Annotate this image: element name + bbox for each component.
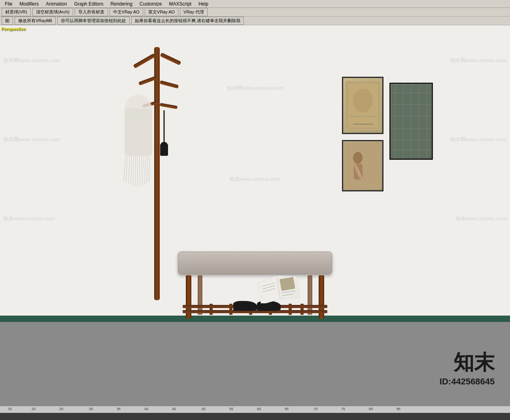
svg-line-26 xyxy=(133,156,134,185)
menu-customize[interactable]: Customize xyxy=(136,0,165,8)
svg-line-30 xyxy=(142,156,142,185)
ruler-mark-80: 80 xyxy=(369,407,373,411)
ruler-mark-65: 65 xyxy=(285,407,289,411)
menu-modifiers[interactable]: Modifiers xyxy=(16,0,42,8)
svg-rect-17 xyxy=(344,142,382,189)
svg-line-29 xyxy=(140,156,140,186)
ruler-mark-35: 35 xyxy=(117,407,121,411)
ruler-bottom: 15 20 25 30 35 40 45 50 55 60 65 70 75 8… xyxy=(0,406,510,413)
svg-line-23 xyxy=(126,156,127,182)
ruler-mark-75: 75 xyxy=(341,407,345,411)
menu-file[interactable]: File xyxy=(2,0,15,8)
svg-point-18 xyxy=(353,152,363,164)
svg-line-22 xyxy=(124,156,125,182)
btn-script-add[interactable]: 你可以用脚本管理添加按钮到此处 xyxy=(57,17,130,25)
btn-material-vr[interactable]: 材质球(VR) xyxy=(2,8,31,16)
svg-rect-21 xyxy=(125,108,152,156)
toolbar-row-2: 能 修改所有VRayMtl 你可以用脚本管理添加按钮到此处 如果你看着这么长的按… xyxy=(0,17,510,25)
ruler-mark-45: 45 xyxy=(172,407,176,411)
svg-line-33 xyxy=(147,156,148,182)
ruler-mark-50: 50 xyxy=(202,407,206,411)
btn-vray-proxy[interactable]: VRay 代理 xyxy=(180,8,208,16)
btn-import-all[interactable]: 导入所有材质 xyxy=(75,8,108,16)
book-on-bench xyxy=(257,274,300,305)
viewport[interactable]: Perspective xyxy=(0,25,510,406)
svg-point-37 xyxy=(161,142,167,146)
frame-2 xyxy=(389,83,433,160)
svg-line-32 xyxy=(145,156,147,184)
ruler-mark-60: 60 xyxy=(257,407,261,411)
btn-clear-material[interactable]: 清空材质球(Arch) xyxy=(32,8,73,16)
ruler-mark-30: 30 xyxy=(89,407,93,411)
svg-point-3 xyxy=(353,89,373,112)
ruler-mark-70: 70 xyxy=(314,407,317,411)
menu-bar: File Modifiers Animation Graph Editors R… xyxy=(0,0,510,8)
btn-func[interactable]: 能 xyxy=(2,17,13,25)
btn-delete-button[interactable]: 如果你看着这么长的按钮很不爽,请右键单击我并删除我 xyxy=(131,17,244,25)
hanging-clothes xyxy=(117,87,164,199)
menu-animation[interactable]: Animation xyxy=(43,0,70,8)
shoe-left xyxy=(233,301,257,311)
menu-maxscript[interactable]: MAXScript xyxy=(166,0,195,8)
menu-graph-editors[interactable]: Graph Editors xyxy=(71,0,106,8)
svg-line-27 xyxy=(135,156,136,186)
logo-overlay: 知末 ID:442568645 xyxy=(440,349,495,387)
svg-line-24 xyxy=(128,156,130,184)
toolbar-row-1: 材质球(VR) 清空材质球(Arch) 导入所有材质 中文VRay AO 英文V… xyxy=(0,8,510,17)
floor xyxy=(0,322,510,406)
svg-rect-42 xyxy=(280,277,295,291)
ruler-mark-25: 25 xyxy=(59,407,63,411)
frame-3 xyxy=(342,140,383,191)
logo-id: ID:442568645 xyxy=(440,376,495,387)
btn-en-vray-ao[interactable]: 英文VRay AO xyxy=(145,8,178,16)
ruler-mark-85: 85 xyxy=(397,407,400,411)
ruler-mark-40: 40 xyxy=(144,407,148,411)
ruler-mark-20: 20 xyxy=(32,407,36,411)
menu-help[interactable]: Help xyxy=(195,0,212,8)
logo-brand: 知末 xyxy=(440,349,495,376)
svg-line-25 xyxy=(131,156,132,185)
menu-rendering[interactable]: Rendering xyxy=(107,0,135,8)
hanging-bag xyxy=(158,110,170,159)
frame-1 xyxy=(342,77,383,134)
ruler-mark-15: 15 xyxy=(8,407,12,411)
btn-modify-vraymt[interactable]: 修改所有VRayMtl xyxy=(15,17,56,25)
svg-line-34 xyxy=(149,156,150,182)
btn-cn-vray-ao[interactable]: 中文VRay AO xyxy=(110,8,143,16)
svg-line-31 xyxy=(144,156,145,185)
bench xyxy=(178,252,332,327)
ruler-mark-55: 55 xyxy=(229,407,233,411)
